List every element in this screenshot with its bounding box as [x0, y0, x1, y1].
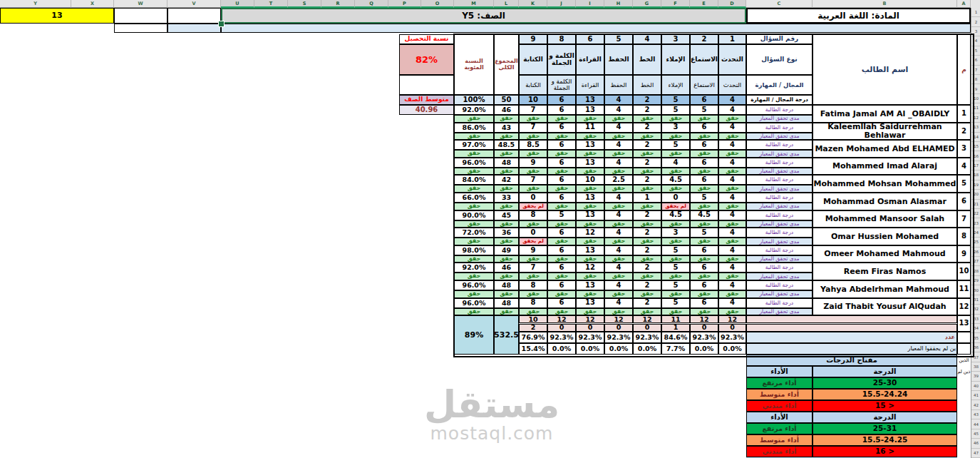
summary-empty-2[interactable]: [957, 343, 971, 355]
row-header-7[interactable]: 7: [971, 66, 980, 75]
flag-score[interactable]: حقق: [718, 133, 746, 141]
student-score[interactable]: 5: [547, 210, 576, 220]
student-index[interactable]: 11: [957, 280, 971, 298]
student-score[interactable]: 6: [547, 228, 576, 238]
student-score[interactable]: 5: [690, 105, 718, 115]
flag-score[interactable]: حقق: [576, 308, 604, 316]
achieved-pct[interactable]: 92.3%: [547, 332, 576, 343]
student-score[interactable]: 0: [519, 193, 547, 203]
row-header-15[interactable]: 15: [971, 142, 980, 151]
flag-score[interactable]: حقق: [547, 308, 576, 316]
flag-score[interactable]: حقق: [718, 168, 746, 175]
student-pct[interactable]: 97.0%: [454, 140, 494, 150]
student-total[interactable]: 45: [494, 210, 519, 220]
flag-score[interactable]: حقق: [547, 290, 576, 298]
flag-score[interactable]: حقق: [604, 168, 633, 175]
skill-domain-5[interactable]: الإملاء: [661, 75, 690, 95]
question-number-2[interactable]: 2: [690, 34, 718, 44]
flag-score[interactable]: حقق: [519, 150, 547, 158]
student-score[interactable]: 2: [633, 123, 661, 133]
question-number-8[interactable]: 8: [547, 34, 576, 44]
student-score[interactable]: 2: [633, 105, 661, 115]
student-name[interactable]: Omar Hussien Mohamed: [813, 228, 957, 245]
student-score[interactable]: 0: [519, 228, 547, 238]
flag-score[interactable]: حقق: [661, 150, 690, 158]
row-header-8[interactable]: 8: [971, 75, 980, 84]
flag-score[interactable]: حقق: [547, 133, 576, 141]
flag-total[interactable]: حقق: [494, 168, 519, 175]
row-header-14[interactable]: 14: [971, 133, 980, 142]
student-score[interactable]: 11: [576, 123, 604, 133]
skill-domain-7[interactable]: التحدث: [718, 75, 746, 95]
flag-score[interactable]: حقق: [690, 115, 718, 123]
student-score[interactable]: 4: [718, 105, 746, 115]
student-score[interactable]: 8.5: [519, 140, 547, 150]
student-score[interactable]: 6: [690, 298, 718, 308]
row-header-43[interactable]: 43: [971, 410, 980, 419]
row-header-42[interactable]: 42: [971, 400, 980, 409]
skill-domain-6[interactable]: الاستماع: [690, 75, 718, 95]
achieved-pct[interactable]: 92.3%: [718, 332, 746, 343]
student-name[interactable]: Mohammed Mansoor Salah: [813, 210, 957, 228]
grade-col-header[interactable]: الدرجة: [813, 412, 957, 423]
student-score[interactable]: 12: [576, 263, 604, 273]
grade-range-mid[interactable]: 15.5-24.24: [813, 389, 957, 400]
flag-score[interactable]: حقق: [690, 290, 718, 298]
achieved-pct[interactable]: 92.3%: [633, 332, 661, 343]
row-label-criterion[interactable]: مدى تحقق المعيار: [746, 133, 813, 141]
column-header-Y[interactable]: Y: [0, 0, 71, 8]
student-score[interactable]: 6: [690, 140, 718, 150]
achieved-count[interactable]: 10: [519, 315, 547, 323]
row-label-criterion[interactable]: مدى تحقق المعيار: [746, 273, 813, 280]
student-score[interactable]: 5: [690, 228, 718, 238]
student-score[interactable]: 4: [604, 298, 633, 308]
row-header-45[interactable]: 45: [971, 429, 980, 439]
row-header-16[interactable]: 16: [971, 151, 980, 161]
student-pct[interactable]: 96.0%: [454, 280, 494, 290]
student-score[interactable]: 6: [547, 245, 576, 255]
not-achieved-count[interactable]: 0: [576, 324, 604, 332]
student-score[interactable]: 2: [633, 175, 661, 185]
flag-score[interactable]: حقق: [661, 308, 690, 316]
row-header-38[interactable]: 38: [971, 362, 980, 372]
student-score[interactable]: 4: [718, 175, 746, 185]
achieved-count[interactable]: 12: [576, 315, 604, 323]
flag-total[interactable]: حقق: [494, 308, 519, 316]
flag-pct[interactable]: حقق: [454, 238, 494, 245]
student-score[interactable]: 1: [633, 193, 661, 203]
domain-score-label[interactable]: درجة المجال / المهارة: [746, 95, 813, 105]
flag-score[interactable]: حقق: [661, 115, 690, 123]
flag-score[interactable]: حقق: [661, 273, 690, 280]
flag-score[interactable]: حقق: [718, 115, 746, 123]
student-score[interactable]: 13: [576, 105, 604, 115]
max-score-6[interactable]: 6: [690, 95, 718, 105]
row-label-criterion[interactable]: مدى تحقق المعيار: [746, 115, 813, 123]
grade-range-low[interactable]: < 16: [813, 446, 957, 457]
flag-pct[interactable]: حقق: [454, 168, 494, 175]
achieved-count[interactable]: 12: [547, 315, 576, 323]
student-score[interactable]: 6: [690, 263, 718, 273]
flag-score[interactable]: حقق: [633, 255, 661, 263]
flag-score[interactable]: حقق: [604, 273, 633, 280]
achieved-pct[interactable]: 92.3%: [690, 332, 718, 343]
flag-score[interactable]: حقق: [519, 273, 547, 280]
flag-pct[interactable]: حقق: [454, 290, 494, 298]
flag-score[interactable]: حقق: [576, 115, 604, 123]
max-score-5[interactable]: 5: [661, 95, 690, 105]
row-header-30[interactable]: 30: [971, 285, 980, 295]
student-score[interactable]: 4.5: [661, 175, 690, 185]
row-header-37[interactable]: 37: [971, 352, 980, 362]
skill-domain-0[interactable]: الكتابة: [519, 75, 547, 95]
student-name[interactable]: Fatima Jamal AM Al _OBAIDLY: [813, 105, 957, 123]
column-header-R[interactable]: R: [321, 0, 355, 8]
flag-score[interactable]: حقق: [604, 133, 633, 141]
flag-score[interactable]: حقق: [576, 290, 604, 298]
grade-range-mid[interactable]: 15.5-24.25: [813, 434, 957, 446]
flag-pct[interactable]: حقق: [454, 115, 494, 123]
not-achieved-pct[interactable]: 15.4%: [519, 343, 547, 355]
flag-pct[interactable]: حقق: [454, 133, 494, 141]
row-header-22[interactable]: 22: [971, 209, 980, 218]
summary-pct[interactable]: 89%: [454, 315, 494, 354]
student-name[interactable]: Reem Firas Namos: [813, 263, 957, 280]
flag-total[interactable]: حقق: [494, 115, 519, 123]
